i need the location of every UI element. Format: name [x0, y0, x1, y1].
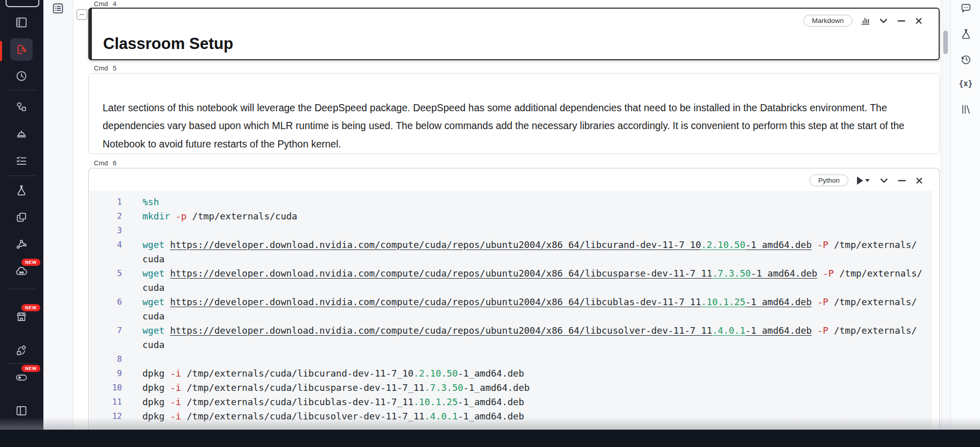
- section-title: Classroom Setup: [103, 35, 233, 53]
- notebook-toc-strip: [43, 0, 74, 430]
- job-runs-checklist-icon: [15, 154, 28, 167]
- marketplace-storefront-icon: [15, 310, 28, 324]
- code-line[interactable]: 11 dpkg -i /tmp/externals/cuda/libcublas…: [90, 395, 932, 409]
- code-text: cuda: [127, 281, 164, 295]
- code-text: wget https://developer.download.nvidia.c…: [127, 324, 917, 338]
- line-number: 9: [90, 366, 127, 381]
- code-line[interactable]: 2 mkdir -p /tmp/externals/cuda: [90, 209, 932, 224]
- code-text: cuda: [127, 309, 164, 324]
- sidebar-item-recents[interactable]: [10, 65, 33, 87]
- code-line[interactable]: 9 dpkg -i /tmp/externals/cuda/libcurand-…: [90, 366, 932, 381]
- line-number: 11: [90, 395, 127, 409]
- recents-clock-icon: [15, 69, 28, 83]
- notebook-content: Cmd 4 Markdown Classroom Setup: [74, 0, 941, 430]
- markdown-paragraph: Later sections of this notebook will lev…: [103, 99, 908, 154]
- code-text: dpkg -i /tmp/externals/cuda/libcusparse-…: [127, 381, 530, 395]
- code-line[interactable]: 8: [90, 352, 932, 366]
- run-cell-button[interactable]: [856, 176, 871, 185]
- code-line[interactable]: cuda: [90, 281, 932, 295]
- sidebar-item-workspace[interactable]: [10, 11, 33, 34]
- notebook-scrollbar-thumb[interactable]: [943, 31, 948, 54]
- chevron-down-icon[interactable]: [879, 176, 889, 186]
- workspace-icon: [15, 16, 28, 29]
- left-sidebar: NEW NEW NEW: [0, 0, 43, 430]
- sidebar-item-workflows[interactable]: [10, 122, 33, 145]
- cell-label-cmd4: Cmd 4: [94, 0, 116, 8]
- active-item-indicator: [0, 41, 2, 61]
- code-editor[interactable]: 1 %sh 2 mkdir -p /tmp/externals/cuda 3: [90, 191, 932, 430]
- experiments-flask-icon: [15, 184, 28, 197]
- line-number: [90, 309, 127, 324]
- table-of-contents-button[interactable]: [51, 1, 65, 15]
- sidebar-item-job-runs[interactable]: [10, 150, 33, 172]
- line-number: 8: [90, 352, 127, 366]
- sidebar-item-repos[interactable]: [10, 38, 33, 61]
- code-line[interactable]: 1 %sh: [90, 195, 932, 209]
- libraries-books-icon: [960, 103, 972, 116]
- comments-icon: [960, 2, 972, 15]
- code-line[interactable]: 10 dpkg -i /tmp/externals/cuda/libcuspar…: [90, 381, 932, 395]
- right-item-comments[interactable]: [959, 2, 972, 15]
- databricks-notebook-app: NEW NEW NEW: [0, 0, 980, 447]
- panel-toggle-icon: [15, 404, 28, 417]
- sidebar-item-marketplace[interactable]: NEW: [10, 306, 33, 328]
- sidebar-item-partner-connect[interactable]: [10, 339, 33, 362]
- right-item-revision-history[interactable]: [959, 53, 972, 66]
- code-text: %sh: [127, 195, 159, 209]
- language-pill[interactable]: Python: [810, 175, 848, 186]
- code-text: cuda: [127, 338, 164, 352]
- code-line[interactable]: cuda: [90, 252, 932, 266]
- code-text: [127, 224, 142, 238]
- code-line[interactable]: cuda: [90, 309, 932, 324]
- markdown-cell-cmd5[interactable]: Later sections of this notebook will lev…: [88, 73, 940, 154]
- line-number: [90, 281, 127, 295]
- cell-toolbar: Markdown: [803, 15, 923, 27]
- minimize-icon[interactable]: [897, 176, 907, 186]
- code-text: [127, 352, 142, 366]
- line-number: 3: [90, 224, 127, 238]
- new-badge: NEW: [21, 365, 40, 372]
- dashboard-chart-icon[interactable]: [860, 15, 871, 26]
- right-item-variables[interactable]: {x}: [959, 77, 972, 90]
- markdown-cell-cmd4[interactable]: Markdown Classroom Setup: [88, 8, 940, 60]
- collapse-section-button[interactable]: [77, 9, 87, 20]
- code-line[interactable]: 5 wget https://developer.download.nvidia…: [90, 266, 932, 281]
- data-explorer-icon: [15, 100, 28, 113]
- code-line[interactable]: 3: [90, 224, 932, 238]
- workflows-icon: [15, 127, 28, 140]
- line-number: 2: [90, 209, 127, 224]
- content-bottom-fade: [0, 417, 980, 430]
- new-badge: NEW: [21, 259, 40, 266]
- code-cell-cmd6[interactable]: Python 1: [88, 168, 940, 430]
- sidebar-item-previews[interactable]: NEW: [10, 366, 33, 389]
- cell-label-cmd5: Cmd 5: [94, 64, 116, 72]
- close-icon[interactable]: [915, 176, 924, 185]
- minimize-icon[interactable]: [896, 16, 906, 26]
- language-pill[interactable]: Markdown: [803, 15, 852, 27]
- sidebar-item-models[interactable]: [10, 206, 33, 229]
- new-badge: NEW: [21, 304, 40, 311]
- sidebar-item-experiments[interactable]: [10, 179, 33, 202]
- sidebar-divider: [7, 90, 36, 90]
- code-text: dpkg -i /tmp/externals/cuda/libcurand-de…: [127, 366, 524, 381]
- code-line[interactable]: 7 wget https://developer.download.nvidia…: [90, 324, 932, 338]
- notebook-scrollbar-track: [941, 0, 951, 430]
- line-number: 5: [90, 266, 127, 281]
- code-text: dpkg -i /tmp/externals/cuda/libcublas-de…: [127, 395, 524, 409]
- chevron-down-icon[interactable]: [878, 16, 889, 26]
- sidebar-item-serving[interactable]: [10, 233, 33, 256]
- cell-toolbar: Python: [810, 175, 924, 186]
- sidebar-top-button-partial[interactable]: [6, 0, 39, 7]
- right-sidebar: {x}: [950, 0, 980, 430]
- line-number: 4: [90, 238, 127, 252]
- line-number: [90, 338, 127, 352]
- sidebar-item-cloud-resources[interactable]: NEW: [10, 260, 33, 283]
- code-line[interactable]: cuda: [90, 338, 932, 352]
- close-icon[interactable]: [914, 16, 923, 26]
- sidebar-item-data[interactable]: [10, 95, 33, 118]
- code-line[interactable]: 4 wget https://developer.download.nvidia…: [90, 238, 932, 252]
- right-item-experiments[interactable]: [959, 27, 972, 40]
- sidebar-divider: [7, 176, 36, 176]
- code-line[interactable]: 6 wget https://developer.download.nvidia…: [90, 295, 932, 309]
- right-item-libraries[interactable]: [959, 103, 972, 116]
